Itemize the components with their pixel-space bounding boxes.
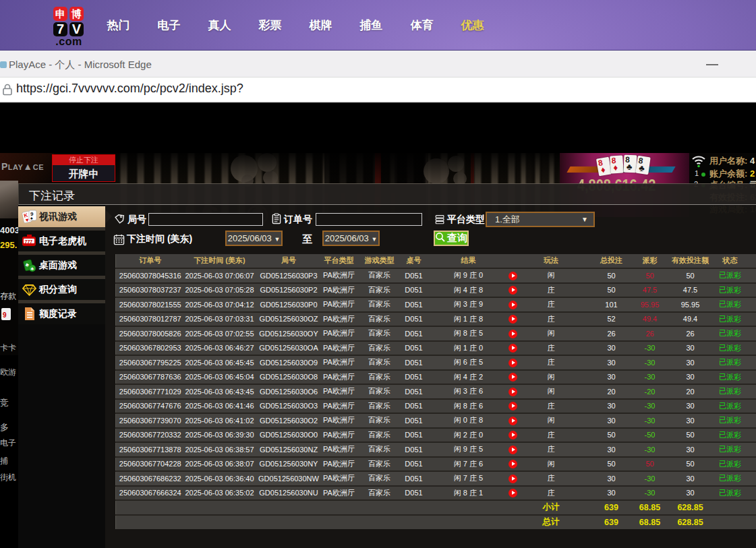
- svg-text:♣: ♣: [31, 266, 34, 271]
- svg-text:♠: ♠: [30, 216, 33, 220]
- svg-text:777: 777: [25, 239, 33, 244]
